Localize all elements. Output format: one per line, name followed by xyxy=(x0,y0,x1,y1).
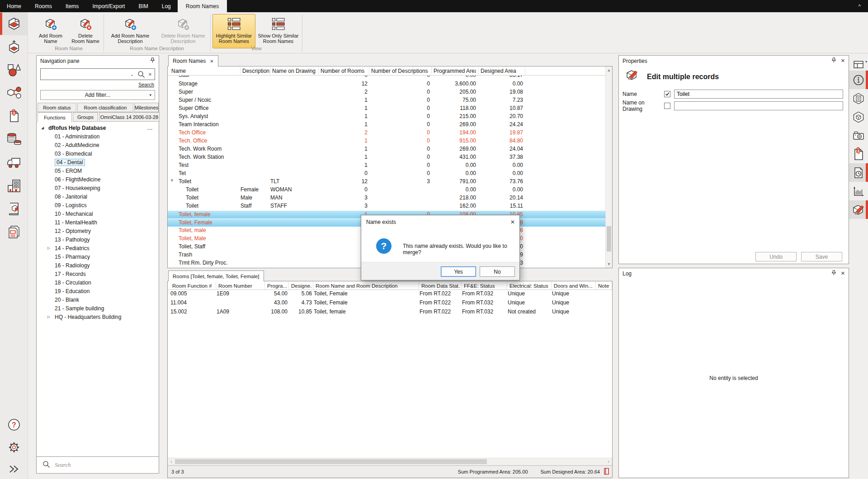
menu-import-export[interactable]: Import/Export xyxy=(85,0,132,12)
chevron-down-icon[interactable]: ⌄ xyxy=(127,72,137,77)
tree-item-05-erom[interactable]: 05 - EROM xyxy=(37,166,158,175)
add-filter-dropdown[interactable]: Add filter... ▾ xyxy=(40,90,155,100)
nav-tab-functions[interactable]: Functions xyxy=(38,112,72,123)
nav-tab-room-classification[interactable]: Room classification xyxy=(77,103,133,112)
column-header-electrical-status[interactable]: Electrical: Status xyxy=(508,282,550,290)
room-names-vertical-scrollbar[interactable]: ▲ ▼ xyxy=(605,66,612,268)
pin-icon[interactable] xyxy=(831,270,836,277)
column-header-doors-and-win[interactable]: Doors and Win... xyxy=(552,282,594,290)
add-room-name-button[interactable]: Add Room Name xyxy=(34,14,67,48)
side-tool-info[interactable] xyxy=(849,71,868,89)
highlight-similar-room-names-button[interactable]: Highlight Similar Room Names xyxy=(212,14,255,48)
checkbox-unchecked[interactable] xyxy=(664,103,670,109)
column-header-room-function[interactable]: Room Function # xyxy=(170,282,215,290)
column-header-room-name-and-room-description[interactable]: Room Name and Room Description xyxy=(314,282,418,290)
delete-room-name-description-button[interactable]: Delete Room Name Description xyxy=(157,14,209,48)
sidebar-item-double-chevron[interactable] xyxy=(0,457,28,479)
tree-item-02-adultmedicine[interactable]: 02 - AdultMedicine xyxy=(37,141,158,149)
sidebar-item-gear[interactable] xyxy=(0,436,28,459)
room-name-row[interactable]: Sys. Analyst10215.0020.70 xyxy=(168,113,605,121)
sidebar-item-shapes[interactable] xyxy=(0,58,28,81)
tree-item-01-administration[interactable]: 01 - Administration xyxy=(37,132,158,141)
sidebar-item-building[interactable] xyxy=(0,174,28,197)
tree-item-21-sample-building[interactable]: 21 - Sample building xyxy=(37,304,158,313)
side-tool-paperclip-document[interactable] xyxy=(849,145,868,163)
tab-room-names[interactable]: Room Names ✕ xyxy=(168,55,218,66)
room-name-row[interactable]: ToiletFemaleWOMAN00.000.00 xyxy=(168,186,605,194)
menu-bim[interactable]: BIM xyxy=(132,0,155,12)
show-only-similar-room-names-button[interactable]: Show Only Similar Room Names xyxy=(256,14,300,48)
sidebar-item-coins[interactable] xyxy=(0,128,28,151)
room-name-row[interactable]: Super20205.0019.08 xyxy=(168,88,605,96)
tree-item-drofus-help-database[interactable]: ◢dRofus Help Database... xyxy=(37,123,158,132)
sidebar-item-documents[interactable] xyxy=(0,220,28,243)
tree-item-15-pharmacy[interactable]: 15 - Pharmacy xyxy=(37,252,158,261)
nav-tab-omniclass-14-2006-03-28[interactable]: OmniClass 14 2006-03-28 xyxy=(99,112,160,122)
close-panel-icon[interactable]: ✕ xyxy=(841,271,845,276)
room-name-row[interactable]: Tech. Office10915.0084.80 xyxy=(168,137,605,145)
sidebar-item-linked-cube[interactable] xyxy=(0,81,28,104)
close-tab-icon[interactable]: ✕ xyxy=(210,59,213,64)
column-header-description[interactable]: Description xyxy=(241,66,269,76)
menu-log[interactable]: Log xyxy=(155,0,178,12)
tree-item-18-circulation[interactable]: 18 - Circulation xyxy=(37,278,158,287)
tree-item-hq-headquarters-building[interactable]: ▷HQ - Headquarters Building xyxy=(37,313,158,321)
tree-item-14-pediatrics[interactable]: ▷14 - Pediatrics xyxy=(37,244,158,252)
tree-overflow-menu[interactable]: ... xyxy=(147,125,153,131)
room-name-row[interactable]: ToiletStaffSTAFF3162.0015.11 xyxy=(168,202,605,210)
side-tool-hex-document[interactable] xyxy=(849,89,868,108)
nav-tab-milestones[interactable]: Milestones xyxy=(134,103,159,112)
room-name-row[interactable]: Super / Ncoic1075.007.23 xyxy=(168,96,605,104)
room-name-row[interactable]: Stall000.0085.17 xyxy=(168,76,605,80)
side-tool-edit-cube[interactable] xyxy=(849,200,868,219)
tree-item-09-logistics[interactable]: 09 - Logistics xyxy=(37,201,158,209)
side-tool-chart[interactable] xyxy=(849,182,868,200)
room-name-row[interactable]: ToiletMaleMAN3218.0020.14 xyxy=(168,194,605,202)
name-on-drawing-field[interactable] xyxy=(674,101,843,110)
tree-item-10-mechanical[interactable]: 10 - Mechanical xyxy=(37,209,158,218)
side-tool-camera[interactable] xyxy=(849,126,868,145)
delete-room-name-button[interactable]: Delete Room Name xyxy=(68,14,103,48)
nav-tab-groups[interactable]: Groups xyxy=(73,112,98,122)
scroll-down-icon[interactable]: ▼ xyxy=(606,261,612,268)
column-header-designe[interactable]: Designe... xyxy=(289,282,312,290)
room-row[interactable]: 11.00443.004.73Toilet, FemaleFrom RT.022… xyxy=(168,299,612,308)
pin-icon[interactable] xyxy=(831,57,836,64)
tab-rooms[interactable]: Rooms [Toilet, female, Toilet, Female] xyxy=(168,270,264,281)
menu-tab-room-names[interactable]: Room Names xyxy=(178,0,227,12)
clear-search-icon[interactable]: ✕ xyxy=(146,72,155,77)
column-header-room-data-stat[interactable]: Room Data Stat... xyxy=(420,282,460,290)
room-name-row[interactable]: Tet000.000.00 xyxy=(168,170,605,178)
column-header-number-of-descriptions[interactable]: Number of Descriptions xyxy=(369,66,430,76)
menu-home[interactable]: Home xyxy=(0,0,28,12)
column-header-name[interactable]: Name xyxy=(170,66,239,76)
column-header-designed-area[interactable]: Designed Area xyxy=(479,66,523,76)
undo-button[interactable]: Undo xyxy=(755,252,797,261)
sidebar-item-paperclip-document[interactable] xyxy=(0,104,28,128)
column-header-note[interactable]: Note xyxy=(596,282,612,290)
tree-item-19-education[interactable]: 19 - Education xyxy=(37,287,158,295)
nav-bottom-search-input[interactable] xyxy=(55,461,136,469)
tree-expanded-icon[interactable]: ◢ xyxy=(41,126,44,130)
save-button[interactable]: Save xyxy=(801,252,842,261)
rooms-horizontal-scrollbar[interactable]: ‹ › xyxy=(168,458,612,465)
checkbox-checked[interactable] xyxy=(664,91,670,97)
menu-rooms[interactable]: Rooms xyxy=(28,0,59,12)
search-link[interactable]: Search xyxy=(138,82,154,87)
side-tool-clock-document[interactable] xyxy=(849,163,868,182)
tree-item-03-biomedical[interactable]: 03 - Biomedical xyxy=(37,149,158,158)
close-panel-icon[interactable]: ✕ xyxy=(841,58,845,63)
column-header-name-on-drawing[interactable]: Name on Drawing xyxy=(270,66,318,76)
scrollbar-thumb[interactable] xyxy=(175,459,487,464)
no-button[interactable]: No xyxy=(480,266,515,277)
scrollbar-thumb[interactable] xyxy=(607,226,611,251)
tree-item-11-mentalhealth[interactable]: 11 - MentalHealth xyxy=(37,218,158,227)
tree-item-07-housekeeping[interactable]: 07 - Housekeeping xyxy=(37,184,158,192)
tree-item-06-flightmedicine[interactable]: 06 - FlightMedicine xyxy=(37,175,158,184)
room-name-row[interactable]: Super Office10118.0010.87 xyxy=(168,104,605,113)
room-name-row[interactable]: Test100.000.00 xyxy=(168,161,605,170)
tree-item-16-radiology[interactable]: 16 - Radiology xyxy=(37,261,158,270)
yes-button[interactable]: Yes xyxy=(441,266,476,277)
menu-items[interactable]: Items xyxy=(59,0,85,12)
dialog-close-icon[interactable]: ✕ xyxy=(510,219,515,225)
